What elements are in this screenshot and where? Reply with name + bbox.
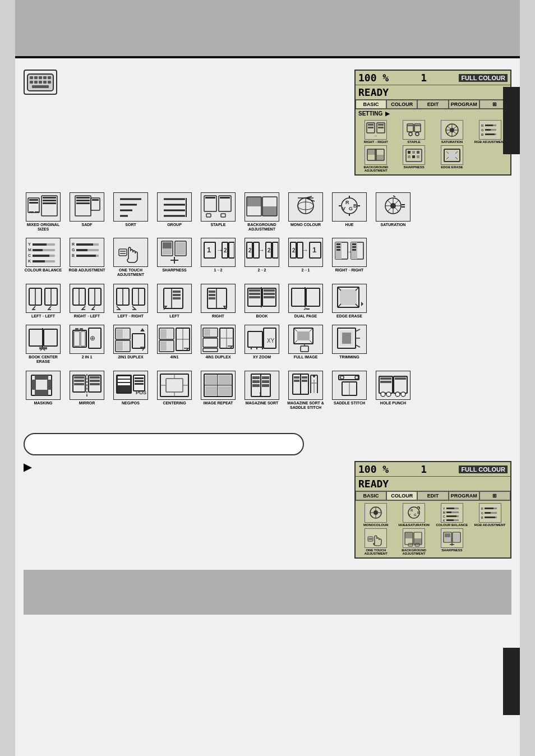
svg-rect-58 — [29, 199, 38, 201]
feature-group[interactable]: GROUP — [155, 192, 194, 231]
feature-mixed[interactable]: MIXED ORIGINAL SIZES — [24, 192, 63, 231]
svg-rect-50 — [417, 155, 419, 158]
lcd-tab-edit[interactable]: EDIT — [417, 100, 448, 109]
feature-mirror[interactable]: MIRROR — [67, 371, 107, 409]
feature-edge-erase[interactable]: EDGE ERASE — [330, 284, 369, 319]
feature-sort[interactable]: SORT — [111, 192, 150, 231]
svg-rect-221 — [39, 347, 47, 349]
feature-dual-page[interactable]: DUAL PAGE — [286, 284, 325, 319]
feature-trimming[interactable]: TRIMMING — [330, 325, 369, 363]
lcd2-icon-huesat[interactable]: R V G B HUE&SATURATION — [396, 503, 432, 527]
feature-full-image[interactable]: FULL IMAGE — [286, 325, 325, 363]
feature-4in1[interactable]: 4IN1 — [155, 325, 194, 363]
feature-mono[interactable]: MONO COLOUR — [286, 192, 325, 231]
svg-rect-5 — [48, 76, 51, 79]
feature-2to1[interactable]: 2 → 1 2→1 — [286, 238, 325, 276]
lcd-tab-colour[interactable]: COLOUR — [386, 100, 417, 109]
feature-4in1d[interactable]: 4IN1 DUPLEX — [199, 325, 238, 363]
svg-rect-4 — [43, 76, 47, 79]
svg-rect-69 — [76, 202, 90, 204]
svg-point-343 — [401, 392, 405, 397]
lcd2-tab-extra[interactable]: ⊞ — [479, 491, 510, 500]
feature-1to2-label: 1→2 — [214, 268, 223, 273]
lcd-icon-edge-erase[interactable]: EDGE ERASE — [434, 145, 471, 172]
svg-rect-216 — [29, 329, 43, 346]
lcd2-icon-label: SHARPNESS — [441, 548, 462, 552]
lcd2-icon-monocolour[interactable]: MONOCOLOUR — [358, 503, 394, 527]
feature-colour-balance[interactable]: Y M C K — [24, 238, 63, 276]
lcd2-tab-program[interactable]: PROGRAM — [449, 491, 479, 500]
svg-rect-217 — [44, 329, 57, 346]
lcd-tab-program[interactable]: PROGRAM — [449, 100, 479, 109]
svg-rect-253 — [248, 331, 262, 347]
feature-bce[interactable]: BOOK CENTER ERASE — [24, 325, 63, 363]
lcd2-icon-sharp[interactable]: SHARPNESS — [434, 528, 471, 555]
feature-sharpness[interactable]: SHARPNESS — [155, 238, 194, 276]
feature-masking[interactable]: MASKING — [24, 371, 63, 409]
svg-rect-276 — [31, 380, 36, 390]
svg-rect-205 — [264, 296, 275, 298]
svg-rect-71 — [92, 199, 99, 201]
features-row-1: MIXED ORIGINAL SIZES SAD — [24, 192, 511, 231]
feature-left-right[interactable]: LEFT→RIGHT — [111, 284, 150, 319]
lcd-icon-staple[interactable]: STAPLE — [396, 120, 432, 144]
svg-point-347 — [373, 510, 378, 515]
feature-hue[interactable]: R V G B HUE — [330, 192, 369, 231]
feature-book[interactable]: BOOK — [242, 284, 282, 319]
lcd-icon-saturation[interactable]: SATURATION — [434, 120, 471, 144]
lcd2-icon-rgb[interactable]: R G B RGB ADJUSTMENT — [472, 503, 508, 527]
svg-rect-82 — [205, 197, 215, 199]
lcd2-icon-cb[interactable]: Y M C K — [434, 503, 471, 527]
lcd-tab-basic[interactable]: BASIC — [356, 100, 386, 109]
lcd2-percent: 100 % — [358, 463, 389, 475]
feature-hole-punch[interactable]: HOLE PUNCH — [373, 371, 413, 409]
feature-xyz[interactable]: XY XY ZOOM — [242, 325, 282, 363]
svg-rect-196 — [209, 294, 215, 296]
svg-rect-88 — [247, 197, 261, 206]
feature-staple[interactable]: STAPLE — [199, 192, 238, 231]
feature-image-repeat[interactable]: IMAGE REPEAT — [199, 371, 238, 409]
feature-right[interactable]: RIGHT — [199, 284, 238, 319]
lcd-icon-bg-adj[interactable]: BACKGROUND ADJUSTMENT — [358, 145, 394, 172]
feature-sadf[interactable]: SADF — [67, 192, 107, 231]
feature-right-left[interactable]: RIGHT→LEFT — [67, 284, 107, 319]
input-oval[interactable] — [24, 433, 304, 455]
lcd2-tab-edit[interactable]: EDIT — [417, 491, 448, 500]
feature-2in1[interactable]: ⊕ 2 IN 1 — [67, 325, 107, 363]
svg-rect-376 — [368, 537, 373, 541]
svg-rect-360 — [446, 511, 451, 513]
feature-2in1d[interactable]: 2IN1 DUPLEX — [111, 325, 150, 363]
feature-centering[interactable]: CENTERING — [155, 371, 194, 409]
svg-text:G: G — [481, 128, 484, 132]
feature-saturation[interactable]: SATURATION — [373, 192, 413, 231]
svg-rect-233 — [117, 342, 123, 351]
svg-rect-246 — [204, 329, 210, 336]
lcd2-tab-colour[interactable]: COLOUR — [386, 491, 417, 500]
lcd2-tab-basic[interactable]: BASIC — [356, 491, 386, 500]
feature-magsort[interactable]: ⋮ MAGAZINE SORT — [242, 371, 282, 409]
lcd-icon-sharpness[interactable]: SHARPNESS — [396, 145, 432, 172]
lcd-icon-right-right[interactable]: → RIGHT→RIGHT — [358, 120, 394, 144]
feature-mag-saddle[interactable]: MAGAZINE SORT & SADDLE STITCH — [286, 371, 325, 409]
lcd-icon-label: BACKGROUND ADJUSTMENT — [358, 165, 394, 172]
feature-negpos[interactable]: POS NEG/POS — [111, 371, 150, 409]
feature-rgb-adj[interactable]: R G B RGB ADJUSTMENT — [67, 238, 107, 276]
lcd2-icon-ota[interactable]: ONE TOUCH ADJUSTMENT — [358, 528, 394, 555]
feature-left[interactable]: LEFT — [155, 284, 194, 319]
svg-rect-46 — [412, 151, 415, 154]
svg-rect-288 — [118, 376, 130, 379]
lcd2-icon-bg[interactable]: BACKGROUND ADJUSTMENT — [396, 528, 432, 555]
feature-right-right[interactable]: → RIGHT→RIGHT — [330, 238, 369, 276]
svg-rect-369 — [485, 508, 494, 509]
feature-1to2[interactable]: 1 → 2 1→2 — [199, 238, 238, 276]
feature-bg-adj[interactable]: BACKGROUND ADJUSTMENT — [242, 192, 282, 231]
feature-ota[interactable]: ONE TOUCH ADJUSTMENT — [111, 238, 150, 276]
svg-text:B: B — [481, 516, 483, 519]
svg-rect-65 — [35, 211, 39, 213]
feature-saddle-label: SADDLE STITCH — [334, 401, 365, 405]
feature-left-left[interactable]: LEFT→LEFT — [24, 284, 63, 319]
feature-saddle[interactable]: SADDLE STITCH — [330, 371, 369, 409]
svg-rect-64 — [29, 211, 34, 213]
feature-2to2[interactable]: 2 → 2 2→2 — [242, 238, 282, 276]
svg-text:⋮: ⋮ — [258, 392, 262, 396]
